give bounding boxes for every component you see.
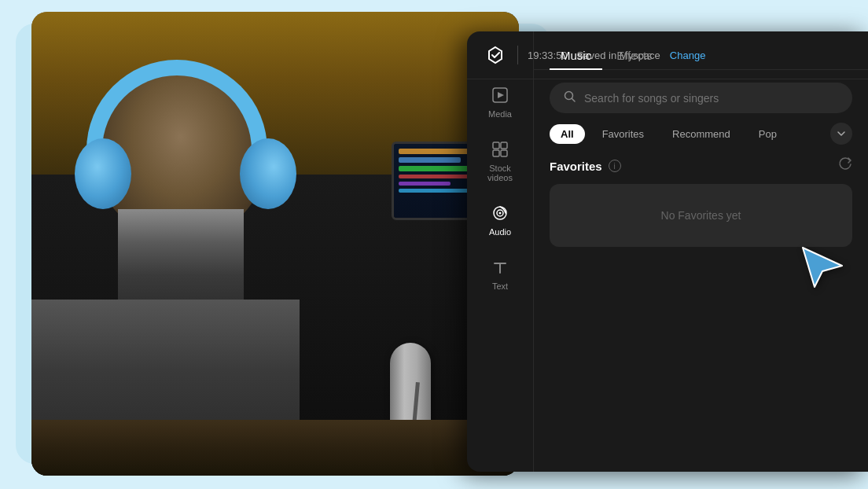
favorites-section: Favorites i No Favorites yet bbox=[534, 157, 868, 247]
no-favorites-text: No Favorites yet bbox=[661, 209, 741, 222]
svg-rect-2 bbox=[493, 142, 499, 149]
svg-rect-5 bbox=[501, 150, 507, 156]
tab-effects[interactable]: Effects bbox=[605, 42, 664, 70]
svg-marker-1 bbox=[498, 92, 504, 98]
sidebar: Media Stock videos bbox=[467, 31, 534, 472]
search-container bbox=[534, 70, 868, 123]
svg-point-8 bbox=[499, 212, 502, 215]
media-icon bbox=[491, 86, 509, 106]
favorites-info-icon[interactable]: i bbox=[609, 160, 621, 172]
refresh-icon[interactable] bbox=[838, 157, 852, 175]
filter-bar: All Favorites Recommend Pop bbox=[534, 123, 868, 157]
svg-rect-3 bbox=[501, 142, 507, 149]
search-input[interactable] bbox=[584, 92, 838, 105]
sidebar-item-audio[interactable]: Audio bbox=[472, 197, 528, 244]
text-label: Text bbox=[492, 281, 508, 291]
ui-panel: 19:33:50 Saved in Myspace Change Media bbox=[467, 31, 868, 472]
filter-pop[interactable]: Pop bbox=[748, 124, 788, 144]
photo-background bbox=[31, 12, 519, 476]
filter-recommend[interactable]: Recommend bbox=[661, 124, 741, 144]
sidebar-item-media[interactable]: Media bbox=[472, 79, 528, 127]
media-label: Media bbox=[488, 109, 512, 119]
filter-favorites[interactable]: Favorites bbox=[591, 124, 655, 144]
main-content: Music Effects All Favorites Recommend Po… bbox=[534, 31, 868, 472]
photo-container bbox=[31, 12, 519, 476]
stock-videos-icon bbox=[491, 141, 509, 160]
svg-rect-4 bbox=[493, 150, 499, 156]
filter-dropdown-button[interactable] bbox=[830, 123, 852, 145]
no-favorites-box: No Favorites yet bbox=[550, 184, 852, 247]
search-bar[interactable] bbox=[550, 83, 852, 113]
audio-icon bbox=[491, 204, 509, 224]
tab-music[interactable]: Music bbox=[550, 42, 602, 70]
tab-bar: Music Effects bbox=[534, 31, 868, 70]
search-icon bbox=[564, 90, 576, 105]
favorites-title: Favorites bbox=[550, 160, 602, 173]
sidebar-item-stock-videos[interactable]: Stock videos bbox=[472, 133, 528, 190]
favorites-header: Favorites i bbox=[550, 157, 852, 175]
audio-label: Audio bbox=[489, 227, 511, 237]
text-icon bbox=[491, 259, 509, 278]
filter-all[interactable]: All bbox=[550, 124, 585, 144]
sidebar-item-text[interactable]: Text bbox=[472, 251, 528, 299]
stock-videos-label: Stock videos bbox=[478, 164, 522, 182]
